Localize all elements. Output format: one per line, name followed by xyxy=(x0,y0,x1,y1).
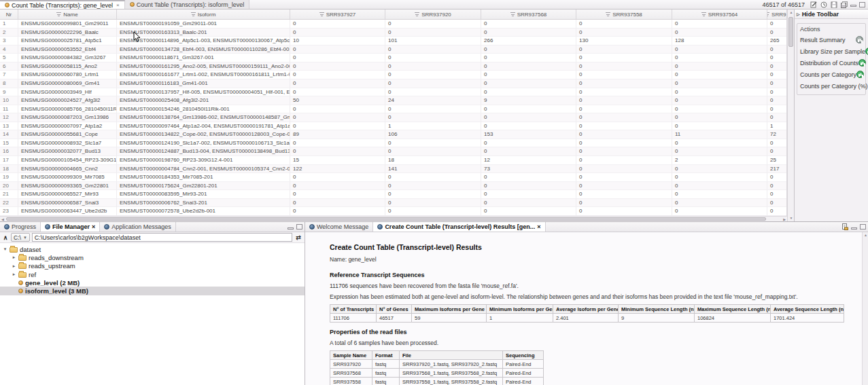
table-cell: 0 xyxy=(576,45,672,54)
twist-icon[interactable]: ▸ xyxy=(12,263,16,269)
table-row[interactable]: 20ENSMUSG00000093365_Gm22801ENSMUST00000… xyxy=(0,182,786,191)
vscroll-thumb[interactable] xyxy=(788,17,793,47)
table-cell: 18 xyxy=(385,156,481,165)
table-row[interactable]: 16ENSMUSG00000032077_Bud13ENSMUST0000012… xyxy=(0,147,786,156)
clock-icon[interactable] xyxy=(820,1,827,8)
table-cell: 0 xyxy=(672,199,767,208)
table-cell: 0 xyxy=(672,139,767,148)
action-library-size-per-sample[interactable]: Library Size per Sample xyxy=(800,45,863,57)
table-row[interactable]: 17ENSMUSG00000105454_RP23-309G12.4ENSMUS… xyxy=(0,156,786,165)
table-row[interactable]: 4ENSMUSG00000053552_Ebf4ENSMUST000001347… xyxy=(0,45,786,54)
panel-maximize-icon[interactable] xyxy=(296,224,302,230)
table-row[interactable]: 12ENSMUSG00000087203_Gm13986ENSMUST00000… xyxy=(0,113,786,122)
table-row[interactable]: 2ENSMUSG00000022296_BaalcENSMUST00000163… xyxy=(0,29,786,37)
tab-application-messages[interactable]: Application Messages xyxy=(100,222,176,232)
action-distribution-of-counts[interactable]: Distribution of Counts xyxy=(800,57,863,69)
editor-tab-1[interactable]: Count Table (Transcripts): isoform_level xyxy=(125,0,250,9)
column-header-name[interactable]: Name xyxy=(18,10,117,19)
column-header-srr937927[interactable]: SRR937927 xyxy=(290,10,385,19)
hide-toolbar-button[interactable]: ▷ Hide Toolbar xyxy=(795,10,868,19)
maximize-icon[interactable] xyxy=(859,2,865,7)
panel-minimize-icon[interactable] xyxy=(851,227,857,230)
up-directory-button[interactable]: ∧ xyxy=(2,234,9,241)
refresh-icon[interactable]: ⇄ xyxy=(294,234,302,241)
twist-icon[interactable]: ▸ xyxy=(12,272,16,277)
save-icon[interactable] xyxy=(830,1,837,8)
tree-item-isoform-level-3-mb-[interactable]: isoform_level (3 MB) xyxy=(0,287,305,295)
table-row[interactable]: 11ENSMUSG00000085766_2810450I11RikENSMUS… xyxy=(0,105,786,114)
tree-item-ref[interactable]: ▸ref xyxy=(0,270,305,278)
action-result-summary[interactable]: Result Summary xyxy=(800,34,863,45)
minimize-icon[interactable] xyxy=(850,5,856,7)
action-counts-per-category[interactable]: Counts per Category xyxy=(800,69,863,80)
drive-select[interactable]: C:\ ▼ xyxy=(11,233,30,242)
vertical-scrollbar[interactable]: ▲ ▼ xyxy=(787,10,794,221)
table-row[interactable]: 21ENSMUSG00000065527_Mir93ENSMUST0000008… xyxy=(0,190,786,199)
tab-file-manager[interactable]: File Manager× xyxy=(41,222,100,232)
result-summary-icon[interactable] xyxy=(856,36,863,43)
table-cell: 0 xyxy=(576,62,672,71)
table-cell: 0 xyxy=(576,190,672,199)
close-icon[interactable]: × xyxy=(92,223,95,230)
column-header-srr937558[interactable]: SRR937558 xyxy=(576,10,672,19)
column-header-srr937564[interactable]: SRR937564 xyxy=(672,10,767,19)
column-header-label: SRR937558 xyxy=(612,12,642,18)
twist-icon[interactable]: ▾ xyxy=(3,246,7,252)
table-row[interactable]: 19ENSMUSG00000099309_Mir7085ENSMUST00000… xyxy=(0,173,786,182)
horizontal-scrollbar[interactable]: ◀ ▶ xyxy=(0,216,787,221)
editor-tab-0[interactable]: Count Table (Transcripts): gene_level× xyxy=(0,0,125,9)
table-row[interactable]: 3ENSMUSG00000025781_Atp5c1ENSMUST0000011… xyxy=(0,37,786,45)
column-header-srr937568[interactable]: SRR937568 xyxy=(481,10,576,19)
tab-progress[interactable]: Progress xyxy=(0,222,41,232)
scroll-up-icon[interactable]: ▲ xyxy=(863,232,868,238)
samples-row: SRR937920fastqSRR937920_1.fastq, SRR9379… xyxy=(330,360,544,369)
action-counts-per-category-[interactable]: Counts per Category (%) xyxy=(800,80,863,92)
tree-item-gene-level-2-mb-[interactable]: gene_level (2 MB) xyxy=(0,278,305,287)
panel-maximize-icon[interactable] xyxy=(860,224,866,230)
hscroll-thumb[interactable] xyxy=(6,217,766,221)
close-icon[interactable]: × xyxy=(537,223,540,230)
counts-category-icon[interactable] xyxy=(856,71,864,78)
table-row[interactable]: 6ENSMUSG00000058115_Ano2ENSMUST000001612… xyxy=(0,62,786,71)
table-row[interactable]: 23ENSMUSG00000063447_Ube2d2bENSMUST00000… xyxy=(0,207,786,216)
table-cell: ENSMUSG00000008932_Slc1a7 xyxy=(18,139,117,148)
table-cell: 0 xyxy=(672,147,767,156)
column-header-srr937920[interactable]: SRR937920 xyxy=(385,10,481,19)
table-row[interactable]: 10ENSMUSG00000024527_Afg3l2ENSMUST000000… xyxy=(0,96,786,105)
edit-icon[interactable] xyxy=(810,1,817,8)
column-header-label: Nr xyxy=(6,12,12,18)
column-header-isoform[interactable]: Isoform xyxy=(117,10,290,19)
tree-item-reads-upstream[interactable]: ▸reads_upstream xyxy=(0,262,305,270)
library-size-icon[interactable] xyxy=(865,48,868,55)
path-input[interactable]: C:\Users\carlos\b2gWorkspace\dataset xyxy=(32,233,292,242)
export-report-icon[interactable] xyxy=(841,223,848,231)
table-row[interactable]: 1ENSMUSG00000099801_Gm29011ENSMUST000001… xyxy=(0,20,786,29)
column-header-srr9-[interactable]: SRR9.. xyxy=(767,10,787,19)
table-row[interactable]: 14ENSMUSG00000055681_CopeENSMUST00000134… xyxy=(0,130,786,139)
table-cell: ENSMUST00000137957_Hlf-005, ENSMUST00000… xyxy=(117,88,290,97)
tab-welcome-message[interactable]: Welcome Message xyxy=(305,222,373,232)
column-header-nr[interactable]: Nr xyxy=(0,10,18,19)
twist-icon[interactable]: ▸ xyxy=(12,255,16,260)
table-row[interactable]: 8ENSMUSG00000080069_Gm41ENSMUST000001161… xyxy=(0,79,786,88)
tab-create-count-table-results[interactable]: Create Count Table (Transcript-level) Re… xyxy=(373,222,545,232)
mouse-cursor xyxy=(133,31,141,42)
table-cell: 0 xyxy=(481,173,576,182)
save-all-icon[interactable] xyxy=(840,1,848,8)
table-row[interactable]: 7ENSMUSG00000060780_Lrtm1ENSMUST00000161… xyxy=(0,71,786,79)
stats-value: 2.401 xyxy=(553,314,619,323)
panel-minimize-icon[interactable] xyxy=(288,227,294,230)
table-row[interactable]: 5ENSMUSG00000084382_Gm3267ENSMUST0000011… xyxy=(0,54,786,62)
table-row[interactable]: 13ENSMUSG00000007097_Atp1a2ENSMUST000000… xyxy=(0,122,786,131)
close-icon[interactable]: × xyxy=(116,2,120,8)
table-row[interactable]: 22ENSMUSG00000006587_Snai3ENSMUST0000000… xyxy=(0,199,786,208)
results-scrollbar[interactable]: ▲ xyxy=(862,232,868,385)
table-cell: 0 xyxy=(385,182,481,191)
table-row[interactable]: 15ENSMUSG00000008932_Slc1a7ENSMUST000001… xyxy=(0,139,786,148)
table-row[interactable]: 18ENSMUSG00000004665_Cnn2ENSMUST00000004… xyxy=(0,165,786,174)
table-row[interactable]: 9ENSMUSG00000003949_HlfENSMUST0000013795… xyxy=(0,88,786,97)
tree-item-reads-downstream[interactable]: ▸reads_downstream xyxy=(0,253,305,261)
tree-item-dataset[interactable]: ▾dataset xyxy=(0,245,305,253)
drive-label: C:\ xyxy=(14,234,21,241)
distribution-icon[interactable] xyxy=(858,59,866,67)
